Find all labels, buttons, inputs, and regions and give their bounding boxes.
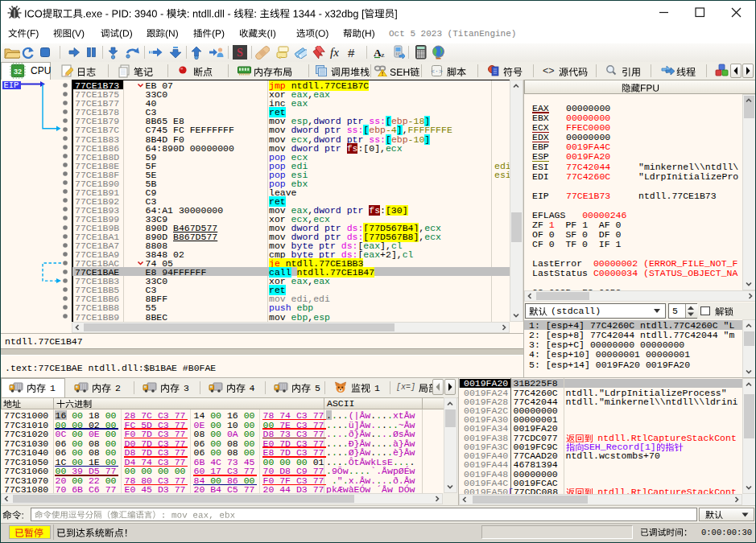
svg-text:#: # (348, 46, 355, 60)
svg-text:32: 32 (14, 68, 22, 76)
svg-text:A: A (374, 47, 382, 59)
svg-text:<·>: <·> (431, 68, 443, 75)
svg-text:z: z (382, 51, 385, 59)
svg-text:S: S (237, 47, 243, 59)
svg-text:fx: fx (330, 46, 339, 59)
svg-text:<>: <> (543, 65, 555, 76)
svg-text:!: ! (382, 70, 384, 76)
